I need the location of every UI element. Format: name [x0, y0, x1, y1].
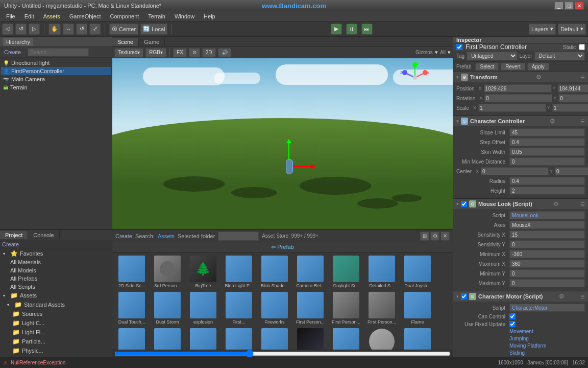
- asset-settings-btn[interactable]: ⚙: [430, 232, 439, 241]
- menu-assets[interactable]: Assets: [39, 12, 64, 20]
- asset-blob-light[interactable]: Blob Light P...: [222, 255, 256, 290]
- ml-max-x-input[interactable]: [509, 260, 585, 268]
- ml-sens-y-input[interactable]: [509, 240, 585, 248]
- menu-edit[interactable]: Edit: [20, 12, 38, 20]
- asset-single-joysti[interactable]: Single Joysti...: [400, 327, 435, 350]
- asset-flame[interactable]: Flame: [400, 291, 435, 326]
- maximize-button[interactable]: □: [565, 2, 574, 10]
- hierarchy-item-first-person-controller[interactable]: 👤 FirstPersonController: [1, 67, 111, 75]
- ml-min-y-input[interactable]: [509, 269, 585, 278]
- cm-can-control-checkbox[interactable]: [509, 313, 516, 319]
- ml-axes-input[interactable]: [509, 221, 585, 229]
- rotation-x-input[interactable]: [484, 94, 552, 102]
- asset-daylight-si[interactable]: Daylight Si...: [329, 255, 363, 290]
- hierarchy-create-button[interactable]: Create: [2, 48, 23, 56]
- space-local-button[interactable]: 🔄 Local: [140, 24, 167, 35]
- transform-gear-icon[interactable]: ⚙: [536, 74, 542, 81]
- asset-explosion[interactable]: explosion: [186, 291, 220, 326]
- project-folder[interactable]: 📁 Project: [0, 355, 112, 357]
- transform-header[interactable]: ▾ ⊕ Transform ⚙ ☰: [453, 72, 588, 82]
- asset-fireworks[interactable]: Fireworks: [257, 291, 292, 326]
- asset-fluffy-smoke[interactable]: Fluffy Smoke: [114, 327, 149, 350]
- pivot-center-button[interactable]: ⦿ Center: [109, 24, 138, 35]
- scene-audio-button[interactable]: 🔊: [218, 48, 231, 57]
- hand-tool[interactable]: ✋: [48, 24, 61, 35]
- ml-min-x-input[interactable]: [509, 250, 585, 258]
- asset-dust-storm[interactable]: Dust Storm: [150, 291, 185, 326]
- asset-nighttime-s[interactable]: Nighttime S...: [293, 327, 328, 350]
- cm-movement-expand[interactable]: Movement: [509, 329, 533, 334]
- component-enabled-checkbox[interactable]: [456, 44, 462, 50]
- asset-light-snov[interactable]: Light Snov: [257, 327, 292, 350]
- standard-assets-folder[interactable]: ▾ 📁 Standard Assets: [0, 300, 112, 309]
- menu-component[interactable]: Component: [106, 12, 143, 20]
- static-checkbox[interactable]: [579, 44, 585, 50]
- transform-menu-icon[interactable]: ☰: [580, 75, 585, 80]
- char-ctrl-menu-icon[interactable]: ☰: [580, 119, 585, 124]
- all-models-item[interactable]: All Models: [0, 266, 112, 274]
- asset-dual-touch[interactable]: Dual Touch...: [114, 291, 149, 326]
- cm-jumping-expand[interactable]: Jumping: [509, 336, 529, 341]
- mouse-look-enabled[interactable]: [461, 201, 467, 207]
- asset-fluffy-smok[interactable]: Fluffy Smok...: [150, 327, 185, 350]
- play-button[interactable]: ▶: [331, 24, 342, 35]
- center-x-input[interactable]: [481, 167, 549, 175]
- slope-limit-input[interactable]: [509, 128, 585, 136]
- view-mode-dropdown[interactable]: Textured▾: [114, 48, 143, 57]
- layers-dropdown[interactable]: Layers ▾: [529, 24, 556, 35]
- toolbar-forward-button[interactable]: ▷: [29, 24, 40, 35]
- position-x-input[interactable]: [484, 84, 552, 93]
- ml-max-y-input[interactable]: [509, 279, 585, 287]
- hierarchy-item-main-camera[interactable]: 📷 Main Camera: [1, 75, 111, 83]
- project-create-button[interactable]: Create: [2, 241, 19, 247]
- cm-sliding-expand[interactable]: Sliding: [509, 350, 525, 356]
- asset-bigtree[interactable]: 🌲 BigTree: [186, 255, 220, 290]
- character-motor-header[interactable]: ▾ ⊙ Character Motor (Script) ⚙ ☰: [453, 291, 588, 302]
- scene-viewport[interactable]: X Y Z: [112, 58, 453, 229]
- mouse-look-gear-icon[interactable]: ⚙: [553, 200, 559, 208]
- asset-first-person-gray-2[interactable]: First Person...: [364, 291, 399, 326]
- asset-size-slider[interactable]: [114, 352, 451, 356]
- scene-fx-button[interactable]: FX: [173, 48, 187, 57]
- sources-folder[interactable]: 📁 Sources: [0, 309, 112, 318]
- asset-create-button[interactable]: Create: [115, 233, 132, 239]
- physic-folder[interactable]: 📁 Physic...: [0, 346, 112, 355]
- char-ctrl-gear-icon[interactable]: ⚙: [550, 118, 555, 125]
- asset-2d-side-sc[interactable]: 2D Side Sc...: [114, 255, 149, 290]
- asset-blob-shade[interactable]: Blob Shade...: [257, 255, 292, 290]
- move-tool[interactable]: ↔: [63, 24, 74, 35]
- tab-project[interactable]: Project: [0, 231, 28, 239]
- assets-root-folder[interactable]: ▾ 📁 Assets: [0, 291, 112, 300]
- prefab-select-button[interactable]: Select: [475, 63, 499, 71]
- char-motor-gear-icon[interactable]: ⚙: [559, 293, 565, 300]
- cm-moving-platform-expand[interactable]: Moving Platform: [509, 343, 546, 349]
- skin-width-input[interactable]: [509, 148, 585, 156]
- char-motor-enabled[interactable]: [461, 293, 467, 300]
- toolbar-refresh-button[interactable]: ↺: [15, 24, 27, 35]
- height-input[interactable]: [509, 187, 585, 195]
- scale-y-input[interactable]: [552, 104, 588, 112]
- scene-iso-button[interactable]: ⊙: [189, 48, 200, 57]
- asset-search-input[interactable]: [218, 232, 259, 241]
- particle-folder[interactable]: 📁 Particle...: [0, 337, 112, 346]
- rotate-tool[interactable]: ↺: [76, 24, 87, 35]
- all-scripts-item[interactable]: All Scripts: [0, 283, 112, 291]
- favorites-folder[interactable]: ▾ ⭐ Favorites: [0, 249, 112, 258]
- minimize-button[interactable]: _: [554, 2, 564, 10]
- asset-dual-joysti[interactable]: Dual Joysti...: [400, 255, 435, 290]
- character-controller-header[interactable]: ▾ ⊙ Character Controller ⚙ ☰: [453, 116, 588, 126]
- pause-button[interactable]: ⏸: [346, 24, 357, 35]
- asset-first-person-1[interactable]: First Person...: [293, 291, 328, 326]
- tag-dropdown[interactable]: Untagged: [467, 52, 517, 60]
- asset-first-person-gray-1[interactable]: First Person...: [329, 291, 363, 326]
- position-y-input[interactable]: [558, 84, 588, 93]
- rotation-y-input[interactable]: [558, 94, 588, 102]
- all-materials-item[interactable]: All Materials: [0, 258, 112, 266]
- asset-close-btn[interactable]: ✕: [440, 232, 450, 241]
- tab-game[interactable]: Game: [139, 38, 165, 46]
- tab-console[interactable]: Console: [28, 231, 59, 239]
- mouse-look-header[interactable]: ▾ ⊙ Mouse Look (Script) ⚙ ☰: [453, 199, 588, 209]
- asset-camera-rel[interactable]: Camera Rel...: [293, 255, 328, 290]
- cm-use-fixed-checkbox[interactable]: [509, 321, 516, 327]
- menu-help[interactable]: Help: [200, 12, 219, 20]
